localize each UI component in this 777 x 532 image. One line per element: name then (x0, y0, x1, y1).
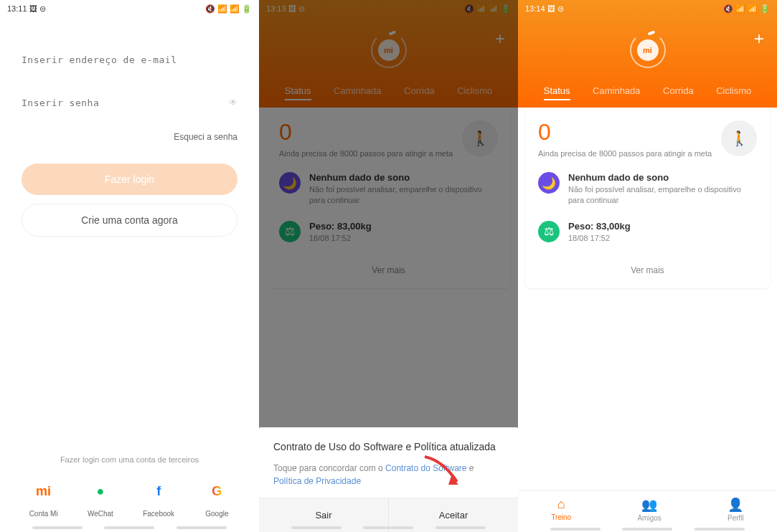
dialog-text: Toque para concordar com o Contrato do S… (273, 462, 504, 488)
social-label: Conta Mi (29, 510, 58, 518)
login-button[interactable]: Fazer login (22, 163, 237, 195)
home-icon: ⌂ (557, 497, 565, 512)
third-party-login: Fazer login com uma conta de terceiros m… (0, 455, 259, 518)
friends-icon: 👥 (641, 497, 657, 513)
mi-logo: mi (630, 32, 666, 68)
tab-status[interactable]: Status (544, 85, 570, 100)
android-nav-bar (0, 526, 259, 529)
software-contract-link[interactable]: Contrato do Software (385, 463, 466, 473)
sleep-title: Nenhum dado de sono (568, 172, 757, 183)
social-mi[interactable]: mi Conta Mi (29, 478, 58, 518)
moon-icon: 🌙 (538, 172, 560, 194)
recents-pill[interactable] (32, 526, 83, 529)
social-facebook[interactable]: f Facebook (143, 478, 174, 518)
scale-icon: ⚖ (538, 221, 560, 242)
header: 13:14 🖼 ⊝ 🔇 📶 📶 🔋 + mi Status Caminhada … (518, 0, 777, 108)
nav-label: Amigos (637, 514, 661, 522)
sync-icon: ⊝ (39, 4, 46, 14)
mi-icon: mi (31, 478, 57, 504)
tab-caminhada[interactable]: Caminhada (593, 85, 641, 100)
sync-icon: ⊝ (557, 4, 564, 14)
wechat-icon: ● (88, 478, 113, 504)
tab-ciclismo[interactable]: Ciclismo (716, 85, 751, 100)
signal-icon: 📶 (748, 4, 758, 14)
tab-corrida[interactable]: Corrida (663, 85, 694, 100)
steps-count: 0 (538, 120, 712, 143)
policy-dialog: Contrato de Uso do Software e Política a… (259, 427, 518, 532)
home-pill[interactable] (622, 528, 672, 531)
social-label: Facebook (143, 510, 174, 518)
recents-pill[interactable] (291, 526, 342, 529)
social-label: WeChat (88, 510, 113, 518)
wifi-icon: 📶 (217, 4, 227, 14)
status-card: 0 Ainda precisa de 8000 passos para atin… (525, 108, 770, 288)
back-pill[interactable] (435, 526, 486, 529)
recents-pill[interactable] (550, 528, 601, 531)
dialog-text-prefix: Toque para concordar com o (273, 463, 385, 473)
status-time: 13:11 (7, 4, 27, 13)
home-pill[interactable] (363, 526, 413, 529)
image-icon: 🖼 (547, 4, 555, 13)
android-nav-bar (518, 528, 777, 531)
status-bar: 13:14 🖼 ⊝ 🔇 📶 📶 🔋 (518, 0, 777, 17)
social-wechat[interactable]: ● WeChat (88, 478, 113, 518)
tab-bar: Status Caminhada Corrida Ciclismo (518, 85, 777, 100)
third-party-title: Fazer login com uma conta de terceiros (14, 455, 245, 464)
nav-label: Treino (551, 513, 571, 521)
android-nav-bar (259, 526, 518, 529)
google-icon: G (204, 478, 230, 504)
home-screen: 13:14 🖼 ⊝ 🔇 📶 📶 🔋 + mi Status Caminhada … (518, 0, 777, 532)
steps-goal-text: Ainda precisa de 8000 passos para atingi… (538, 149, 712, 158)
nav-perfil[interactable]: 👤 Perfil (727, 497, 744, 522)
bottom-nav: ⌂ Treino 👥 Amigos 👤 Perfil (518, 490, 777, 525)
mute-icon: 🔇 (205, 4, 215, 14)
login-screen: 13:11 🖼 ⊝ 🔇 📶 📶 🔋 👁 Esqueci a senha Faze… (0, 0, 259, 532)
sleep-row[interactable]: 🌙 Nenhum dado de sono Não foi possível a… (538, 172, 757, 206)
sleep-subtitle: Não foi possível analisar, emparelhe o d… (568, 184, 757, 206)
battery-icon: 🔋 (760, 4, 770, 14)
nav-label: Perfil (727, 514, 744, 522)
home-screen-with-dialog: 13:13 🖼 ⊝ 🔇 📶 📶 🔋 + mi Status Caminhada … (259, 0, 518, 532)
see-more-link[interactable]: Ver mais (538, 257, 757, 275)
status-time: 13:14 (525, 4, 545, 13)
profile-icon: 👤 (727, 497, 743, 513)
mute-icon: 🔇 (723, 4, 733, 14)
add-icon[interactable]: + (754, 29, 764, 49)
signal-icon: 📶 (230, 4, 240, 14)
privacy-policy-link[interactable]: Política de Privacidade (273, 476, 361, 486)
back-pill[interactable] (694, 528, 745, 531)
social-google[interactable]: G Google (204, 478, 230, 518)
wifi-icon: 📶 (735, 4, 745, 14)
show-password-icon[interactable]: 👁 (229, 98, 237, 108)
create-account-button[interactable]: Crie uma conta agora (22, 204, 237, 237)
dialog-text-mid: e (467, 463, 474, 473)
nav-amigos[interactable]: 👥 Amigos (637, 497, 661, 522)
email-input[interactable] (22, 46, 237, 75)
forgot-password-link[interactable]: Esqueci a senha (22, 132, 237, 142)
walk-icon[interactable]: 🚶 (721, 120, 757, 156)
back-pill[interactable] (176, 526, 227, 529)
weight-row[interactable]: ⚖ Peso: 83,00kg 18/08 17:52 (538, 221, 757, 244)
facebook-icon: f (146, 478, 171, 504)
weight-title: Peso: 83,00kg (568, 221, 757, 232)
status-bar: 13:11 🖼 ⊝ 🔇 📶 📶 🔋 (0, 0, 259, 17)
nav-treino[interactable]: ⌂ Treino (551, 497, 571, 522)
battery-icon: 🔋 (242, 4, 252, 14)
password-input[interactable] (22, 89, 237, 118)
image-icon: 🖼 (29, 4, 37, 13)
weight-subtitle: 18/08 17:52 (568, 233, 757, 244)
home-pill[interactable] (104, 526, 154, 529)
dialog-title: Contrato de Uso do Software e Política a… (273, 440, 504, 455)
social-label: Google (205, 510, 228, 518)
login-form: 👁 Esqueci a senha Fazer login Crie uma c… (0, 17, 259, 237)
